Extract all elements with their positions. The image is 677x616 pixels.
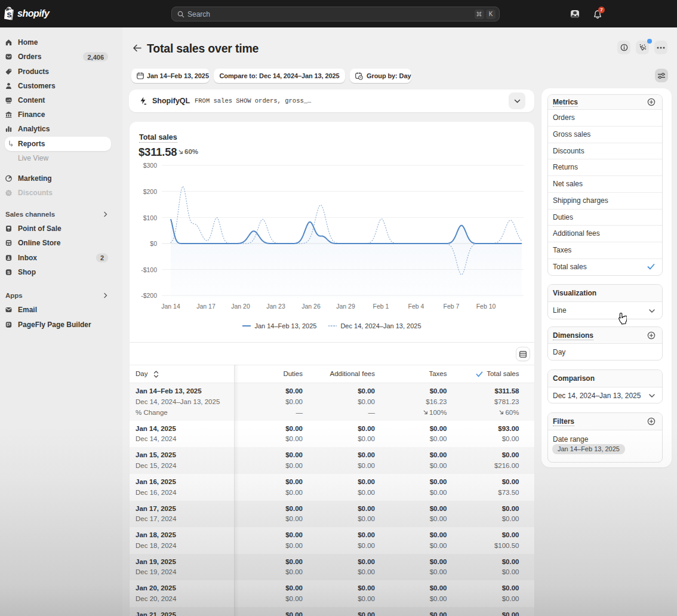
svg-text:S: S [7, 270, 10, 275]
svg-text:S: S [7, 11, 11, 19]
